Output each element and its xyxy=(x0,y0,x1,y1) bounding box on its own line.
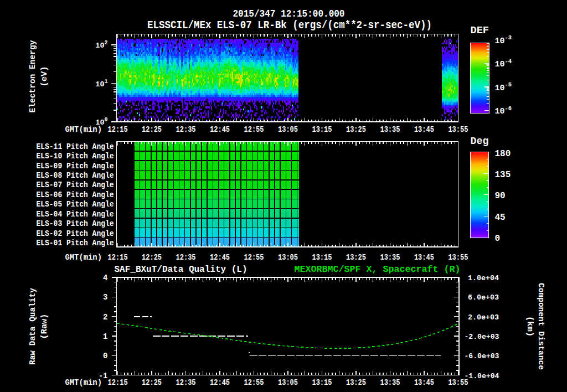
svg-text:ELS-07 Pitch Angle: ELS-07 Pitch Angle xyxy=(37,180,114,189)
svg-text:12:25: 12:25 xyxy=(142,125,162,134)
svg-text:GMT(min): GMT(min) xyxy=(65,253,102,262)
svg-text:ELSSCIL/MEx ELS-07 LR-Bk (erg: ELSSCIL/MEx ELS-07 LR-Bk (ergs/(cm**2-sr… xyxy=(147,19,432,32)
svg-text:2.0e+03: 2.0e+03 xyxy=(468,313,499,322)
svg-text:ELS-10 Pitch Angle: ELS-10 Pitch Angle xyxy=(37,152,114,161)
svg-text:ELS-09 Pitch Angle: ELS-09 Pitch Angle xyxy=(37,162,114,171)
svg-text:Component Distance: Component Distance xyxy=(537,283,545,370)
svg-text:ELS-03 Pitch Angle: ELS-03 Pitch Angle xyxy=(37,219,114,228)
svg-text:13:05: 13:05 xyxy=(278,378,298,387)
svg-text:0: 0 xyxy=(103,352,107,360)
svg-text:-1.0e+04: -1.0e+04 xyxy=(465,372,499,380)
svg-text:ELS-04 Pitch Angle: ELS-04 Pitch Angle xyxy=(37,210,114,219)
svg-text:13:25: 13:25 xyxy=(346,378,366,387)
svg-text:12:55: 12:55 xyxy=(244,253,264,262)
svg-text:12:25: 12:25 xyxy=(142,378,162,387)
svg-text:12:55: 12:55 xyxy=(244,378,264,387)
svg-text:1: 1 xyxy=(103,332,107,341)
svg-text:1.0e+04: 1.0e+04 xyxy=(468,274,499,282)
svg-text:ELS-08 Pitch Angle: ELS-08 Pitch Angle xyxy=(37,171,114,180)
svg-text:12:55: 12:55 xyxy=(244,125,264,134)
svg-text:12:45: 12:45 xyxy=(210,253,230,262)
svg-text:12:15: 12:15 xyxy=(108,253,128,262)
svg-text:13:15: 13:15 xyxy=(312,378,332,387)
svg-text:Deg: Deg xyxy=(471,136,489,147)
svg-text:ELS-01 Pitch Angle: ELS-01 Pitch Angle xyxy=(37,239,114,247)
svg-text:13:25: 13:25 xyxy=(346,125,366,134)
svg-text:12:15: 12:15 xyxy=(108,125,128,134)
svg-text:(eV): (eV) xyxy=(40,66,49,87)
svg-text:ELS-06 Pitch Angle: ELS-06 Pitch Angle xyxy=(37,190,114,199)
svg-text:13:25: 13:25 xyxy=(346,253,366,262)
svg-text:135: 135 xyxy=(495,170,511,180)
svg-text:13:15: 13:15 xyxy=(312,125,332,134)
svg-text:MEXORBMC/SPF X, Spacecraft (R): MEXORBMC/SPF X, Spacecraft (R) xyxy=(295,265,461,275)
svg-text:13:45: 13:45 xyxy=(414,125,434,134)
svg-text:90: 90 xyxy=(495,191,506,201)
svg-text:0: 0 xyxy=(495,234,501,244)
svg-text:13:45: 13:45 xyxy=(414,378,434,387)
svg-text:2015/347 12:15:00.000: 2015/347 12:15:00.000 xyxy=(233,8,345,20)
svg-text:13:05: 13:05 xyxy=(278,125,298,134)
svg-text:Electron Energy: Electron Energy xyxy=(28,40,37,112)
svg-text:13:35: 13:35 xyxy=(380,378,400,387)
svg-text:-2.0e+03: -2.0e+03 xyxy=(465,333,499,341)
svg-text:12:25: 12:25 xyxy=(142,253,162,262)
svg-text:3: 3 xyxy=(103,293,107,302)
svg-text:12:45: 12:45 xyxy=(210,125,230,134)
svg-text:12:45: 12:45 xyxy=(210,378,230,387)
svg-text:(Raw): (Raw) xyxy=(40,314,49,339)
svg-text:2: 2 xyxy=(103,313,107,322)
svg-text:45: 45 xyxy=(495,213,506,223)
svg-text:13:55: 13:55 xyxy=(448,253,468,262)
svg-text:180: 180 xyxy=(495,149,511,159)
svg-text:13:35: 13:35 xyxy=(380,253,400,262)
svg-text:12:35: 12:35 xyxy=(176,125,196,134)
svg-text:13:35: 13:35 xyxy=(380,125,400,134)
svg-text:ELS-05 Pitch Angle: ELS-05 Pitch Angle xyxy=(37,200,114,209)
svg-text:SAF_BXuT/Data Quality (L): SAF_BXuT/Data Quality (L) xyxy=(115,265,248,275)
svg-text:4: 4 xyxy=(103,274,107,282)
svg-text:Raw Data Quality: Raw Data Quality xyxy=(28,288,37,365)
svg-text:GMT(min): GMT(min) xyxy=(65,378,102,387)
svg-text:ELS-11 Pitch Angle: ELS-11 Pitch Angle xyxy=(37,142,114,151)
svg-text:-1: -1 xyxy=(99,372,108,380)
svg-text:13:15: 13:15 xyxy=(312,253,332,262)
svg-text:-6.0e+03: -6.0e+03 xyxy=(465,352,499,360)
svg-text:13:55: 13:55 xyxy=(448,125,468,134)
svg-text:12:35: 12:35 xyxy=(176,253,196,262)
svg-text:12:15: 12:15 xyxy=(108,378,128,387)
svg-text:DEF: DEF xyxy=(471,25,489,36)
svg-text:(km): (km) xyxy=(525,316,534,337)
svg-text:13:45: 13:45 xyxy=(414,253,434,262)
svg-text:ELS-02 Pitch Angle: ELS-02 Pitch Angle xyxy=(37,229,114,238)
svg-text:6.0e+03: 6.0e+03 xyxy=(468,293,499,302)
svg-text:12:35: 12:35 xyxy=(176,378,196,387)
svg-text:13:05: 13:05 xyxy=(278,253,298,262)
